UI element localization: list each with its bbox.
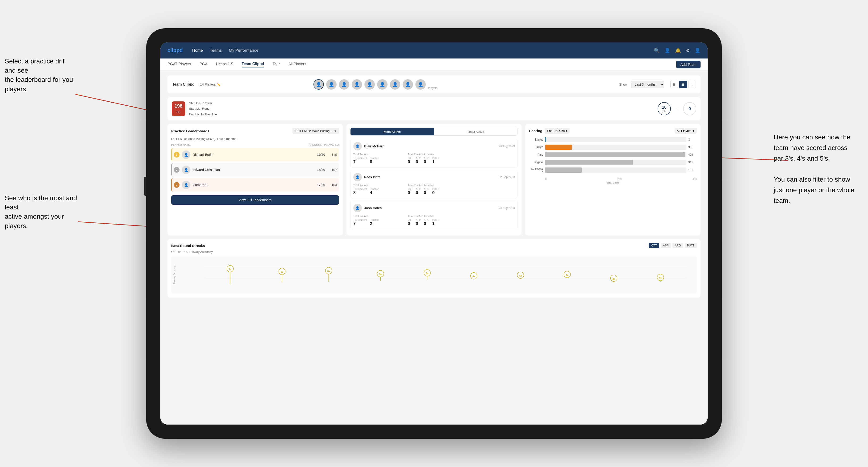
- bar-fill-bogeys: [545, 160, 632, 165]
- avatar-7[interactable]: 👤: [390, 79, 400, 90]
- pac-avatar-3: 👤: [353, 204, 362, 212]
- pill-ott[interactable]: OTT: [649, 243, 659, 248]
- rank-medal-2: 2: [174, 167, 180, 173]
- bar-label-eagles: Eagles: [529, 138, 543, 141]
- pac-header-3: 👤 Josh Coles 26 Aug 2023: [353, 204, 515, 212]
- ott-2: OTT 0: [408, 187, 413, 195]
- pac-date-1: 26 Aug 2023: [499, 145, 515, 148]
- svg-point-14: [328, 281, 329, 282]
- nav-home[interactable]: Home: [192, 48, 203, 53]
- settings-icon[interactable]: ⚙: [686, 48, 690, 53]
- tab-most-active[interactable]: Most Active: [350, 128, 434, 135]
- lb-row-2[interactable]: 2 👤 Edward Crossman 18/20 107: [171, 163, 339, 177]
- sort-btn[interactable]: ↕: [688, 81, 696, 88]
- bubble-7x-1: 7x: [227, 266, 234, 285]
- pac-header-2: 👤 Rees Britt 02 Sep 2023: [353, 173, 515, 181]
- view-icons: ⊞ ☰ ↕: [670, 81, 696, 88]
- lb-row-3[interactable]: 3 👤 Cameron... 17/20 103: [171, 178, 339, 191]
- scoring-par-filter[interactable]: Par 3, 4 & 5s ▾: [545, 128, 569, 134]
- total-rounds-group-3: Total Rounds Tournament 7 Practice 2: [353, 215, 406, 226]
- avatar-3[interactable]: 👤: [339, 79, 349, 90]
- app-logo: clippd: [167, 48, 183, 54]
- grid-view-btn[interactable]: ⊞: [670, 81, 678, 88]
- yardage-circle-1: 16 yds: [658, 102, 671, 115]
- scoring-player-filter[interactable]: All Players ▾: [675, 128, 697, 134]
- panel-header-lb: Practice Leaderboards PUTT Must Make Put…: [171, 128, 339, 134]
- bubble-6x-1: 6x: [279, 268, 285, 283]
- pill-arg[interactable]: ARG: [673, 243, 683, 248]
- bar-track-pars: [545, 152, 686, 157]
- pill-app[interactable]: APP: [661, 243, 671, 248]
- avatar-8[interactable]: 👤: [403, 79, 413, 90]
- practice-lb-dropdown[interactable]: PUTT Must Make Putting ... ▾: [292, 128, 339, 134]
- bar-fill-pars: [545, 152, 685, 157]
- lb-pb-1: 19/20: [317, 153, 325, 157]
- scoring-title: Scoring: [529, 129, 542, 133]
- bar-row-pars: Pars 499: [529, 152, 697, 157]
- lb-row-1[interactable]: 1 👤 Richard Butler 19/20 110: [171, 148, 339, 161]
- avatar-5[interactable]: 👤: [365, 79, 375, 90]
- bar-val-birdies: 96: [688, 146, 697, 149]
- streaks-section: Best Round Streaks OTT APP ARG PUTT Off …: [167, 239, 701, 298]
- view-full-leaderboard-button[interactable]: View Full Leaderboard: [171, 195, 339, 205]
- activity-card-2: 👤 Rees Britt 02 Sep 2023 Total Rounds To…: [350, 170, 518, 198]
- svg-point-10: [282, 282, 282, 283]
- avatar-2[interactable]: 👤: [326, 79, 337, 90]
- players-avatars: 👤 👤 👤 👤 👤 👤 👤 👤 👤 Players: [313, 79, 437, 90]
- lb-pb-2: 18/20: [317, 168, 325, 172]
- putt-1: PUTT 1: [432, 157, 439, 164]
- svg-point-42: [660, 281, 661, 282]
- nav-bar: clippd Home Teams My Performance 🔍 👤 🔔 ⚙…: [160, 42, 708, 59]
- search-icon[interactable]: 🔍: [654, 48, 660, 53]
- subnav-hcaps[interactable]: Hcaps 1-5: [216, 62, 233, 67]
- total-rounds-values-2: Tournament 8 Practice 4: [353, 187, 406, 195]
- bell-icon[interactable]: 🔔: [675, 48, 681, 53]
- bar-label-dbogeys: D. Bogeys +: [529, 167, 543, 173]
- bar-row-birdies: Birdies 96: [529, 145, 697, 150]
- bar-track-birdies: [545, 145, 686, 150]
- bar-track-dbogeys: [545, 167, 686, 173]
- activity-tabs: Most Active Least Active: [350, 128, 518, 135]
- bubble-3x-2: 3x: [657, 274, 664, 282]
- add-team-button[interactable]: Add Team: [676, 61, 701, 68]
- svg-text:5x: 5x: [379, 273, 382, 276]
- pac-date-2: 02 Sep 2023: [499, 176, 515, 179]
- pac-name-2: Rees Britt: [364, 175, 380, 179]
- pac-avatar-2: 👤: [353, 173, 362, 181]
- subnav-team-clippd[interactable]: Team Clippd: [242, 62, 264, 67]
- arg-3: ARG 0: [424, 218, 430, 226]
- subnav-pgat[interactable]: PGAT Players: [167, 62, 191, 67]
- avatar-4[interactable]: 👤: [352, 79, 362, 90]
- bar-label-bogeys: Bogeys: [529, 161, 543, 164]
- show-select[interactable]: Last 3 months Last 6 months Last 12 mont…: [631, 81, 664, 88]
- profile-icon[interactable]: 👤: [695, 48, 701, 53]
- streaks-chart: Fairway Accuracy 7x: [171, 256, 697, 294]
- ott-3: OTT 0: [408, 218, 413, 226]
- user-icon[interactable]: 👤: [664, 48, 670, 53]
- nav-my-performance[interactable]: My Performance: [229, 48, 258, 53]
- lb-name-1: Richard Butler: [193, 153, 315, 157]
- subnav-all-players[interactable]: All Players: [288, 62, 306, 67]
- col-pb-score: PB SCORE: [308, 144, 322, 146]
- total-rounds-label-2: Total Rounds: [353, 184, 406, 187]
- activity-card-3: 👤 Josh Coles 26 Aug 2023 Total Rounds To…: [350, 201, 518, 229]
- svg-point-6: [230, 284, 230, 284]
- yardage-num-1: 16: [662, 105, 666, 110]
- svg-text:5x: 5x: [426, 272, 429, 275]
- yardage-circle-2: 0: [683, 102, 696, 115]
- practice-stat-3: Practice 2: [370, 218, 379, 226]
- tab-least-active[interactable]: Least Active: [434, 128, 518, 135]
- list-view-btn[interactable]: ☰: [679, 81, 687, 88]
- show-label: Show:: [619, 83, 628, 86]
- tournament-stat-2: Tournament 8: [353, 187, 367, 195]
- nav-teams[interactable]: Teams: [210, 48, 222, 53]
- tablet-frame: clippd Home Teams My Performance 🔍 👤 🔔 ⚙…: [146, 28, 722, 439]
- avatar-6[interactable]: 👤: [377, 79, 388, 90]
- subnav-tour[interactable]: Tour: [272, 62, 280, 67]
- pill-putt[interactable]: PUTT: [685, 243, 697, 248]
- subnav-pga[interactable]: PGA: [199, 62, 208, 67]
- total-rounds-values-1: Tournament 7 Practice 6: [353, 157, 406, 164]
- avatar-9[interactable]: 👤: [415, 79, 426, 90]
- rank-medal-3: 3: [174, 182, 180, 188]
- avatar-1[interactable]: 👤: [313, 79, 324, 90]
